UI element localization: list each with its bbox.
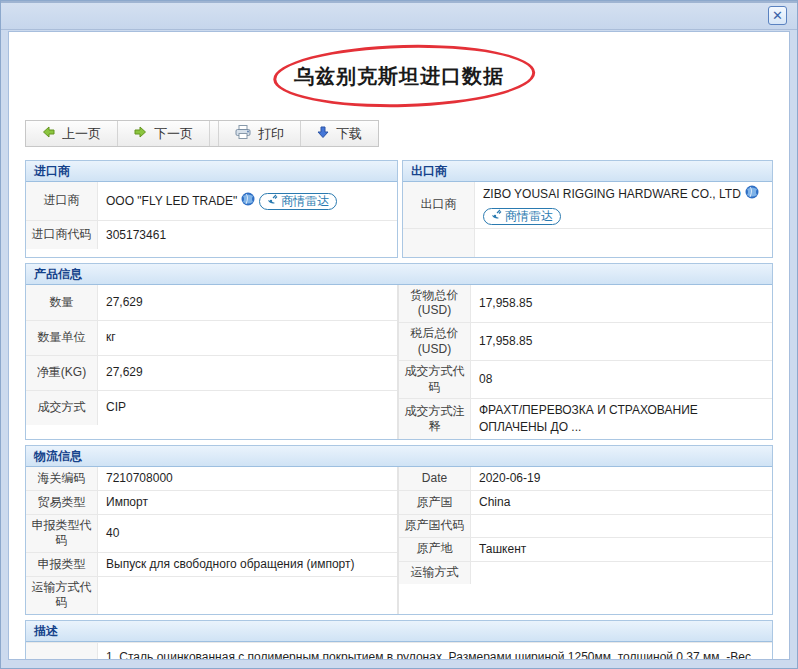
exporter-name-value: ZIBO YOUSAI RIGGING HARDWARE CO., LTD [475,182,772,228]
importer-exporter-section: 进口商 进口商 OOO "FLY LED TRADE" [25,160,773,258]
importer-name-label: 进口商 [26,182,98,220]
table-row: 出口商 ZIBO YOUSAI RIGGING HARDWARE CO., LT… [403,182,772,228]
radar-badge-label: 商情雷达 [281,193,329,210]
field-value: 17,958.85 [471,323,772,360]
table-row: 货物总价 (USD) 17,958.85 [399,285,772,322]
exporter-name-label: 出口商 [403,182,475,228]
field-label: 净重(KG) [26,356,98,390]
field-label: 海关编码 [26,467,98,490]
field-label: 货物总价 (USD) [399,285,471,322]
print-button[interactable]: 打印 [219,121,301,146]
logistics-info-section: 物流信息 海关编码 7210708000 贸易类型 Импорт 申报类型代码 … [25,445,773,615]
field-value: ФРАХТ/ПЕРЕВОЗКА И СТРАХОВАНИЕ ОПЛАЧЕНЫ Д… [471,399,772,439]
field-value: China [471,491,772,514]
dialog-titlebar [1,1,797,30]
field-value: 08 [471,361,772,398]
prev-page-button[interactable]: 上一页 [26,121,118,146]
exporter-header: 出口商 [403,161,772,182]
globe-icon[interactable] [745,185,759,204]
prev-page-label: 上一页 [62,125,101,143]
logistics-left-table: 海关编码 7210708000 贸易类型 Импорт 申报类型代码 40 申报… [26,467,398,614]
field-value: 2020-06-19 [471,467,772,490]
field-value: 27,629 [98,285,397,320]
description-header: 描述 [26,621,772,642]
importer-panel: 进口商 进口商 OOO "FLY LED TRADE" [25,160,398,258]
field-label: 数量单位 [26,321,98,355]
field-label: 运输方式代码 [26,577,98,614]
table-row: 运输方式代码 [26,576,397,614]
download-button[interactable]: 下载 [301,121,378,146]
logistics-right-table: Date 2020-06-19 原产国 China 原产国代码 原产地 Ташк… [398,467,772,614]
empty-value [475,229,772,257]
table-row: 产品描述 1. Сталь оцинкованная с полимерным … [26,642,772,660]
product-info-section: 产品信息 数量 27,629 数量单位 кг 净重(KG) 27,629 [25,263,773,440]
field-value: Импорт [98,491,397,514]
importer-code-value: 305173461 [98,221,397,249]
exporter-radar-badge[interactable]: 商情雷达 [483,208,561,225]
toolbar-separator [210,121,219,146]
field-value: CIP [98,391,397,425]
table-row: 税后总价 (USD) 17,958.85 [399,322,772,360]
page-title: 乌兹别克斯坦进口数据 [294,63,504,90]
table-row: 原产国代码 [399,514,772,537]
exporter-panel: 出口商 出口商 ZIBO YOUSAI RIGGING HARDWARE CO.… [402,160,773,258]
dialog-window: ✕ 乌兹别克斯坦进口数据 上一页 下一页 [0,0,798,669]
table-row [403,228,772,257]
arrow-right-icon [134,126,147,141]
field-label: 成交方式注释 [399,399,471,439]
dialog-content: 乌兹别克斯坦进口数据 上一页 下一页 [8,31,790,660]
field-value [471,562,772,584]
close-icon[interactable]: ✕ [768,6,787,25]
printer-icon [235,125,251,142]
importer-radar-badge[interactable]: 商情雷达 [259,193,337,210]
importer-header: 进口商 [26,161,397,182]
table-row: Date 2020-06-19 [399,467,772,490]
field-value: 27,629 [98,356,397,390]
table-row: 申报类型代码 40 [26,514,397,552]
product-info-header: 产品信息 [26,264,772,285]
empty-label [403,229,475,257]
satellite-dish-icon [267,193,278,210]
importer-name-value: OOO "FLY LED TRADE" [98,182,397,220]
table-row: 贸易类型 Импорт [26,490,397,514]
description-section: 描述 产品描述 1. Сталь оцинкованная с полимерн… [25,620,773,660]
field-label: 贸易类型 [26,491,98,514]
table-row: 申报类型 Выпуск для свободного обращения (им… [26,552,397,576]
arrow-left-icon [42,126,55,141]
importer-name-text: OOO "FLY LED TRADE" [106,193,237,210]
field-label: 数量 [26,285,98,320]
radar-badge-label: 商情雷达 [505,208,553,225]
field-value: 40 [98,515,397,552]
table-row: 运输方式 [399,561,772,584]
importer-code-label: 进口商代码 [26,221,98,249]
pager-toolbar: 上一页 下一页 打印 [25,120,379,147]
next-page-label: 下一页 [154,125,193,143]
description-label: 产品描述 [26,643,98,660]
field-label: 申报类型 [26,553,98,576]
field-label: 成交方式代码 [399,361,471,398]
field-label: 原产地 [399,538,471,561]
field-label: 原产国代码 [399,515,471,537]
table-row: 成交方式注释 ФРАХТ/ПЕРЕВОЗКА И СТРАХОВАНИЕ ОПЛ… [399,398,772,439]
field-label: 原产国 [399,491,471,514]
field-value: 17,958.85 [471,285,772,322]
title-area: 乌兹别克斯坦进口数据 [25,32,773,120]
satellite-dish-icon [491,208,502,225]
table-row: 进口商 OOO "FLY LED TRADE" [26,182,397,220]
description-value: 1. Сталь оцинкованная с полимерным покры… [98,643,772,660]
table-row: 原产地 Ташкент [399,537,772,561]
logistics-info-header: 物流信息 [26,446,772,467]
product-left-table: 数量 27,629 数量单位 кг 净重(KG) 27,629 成交方式 CIP [26,285,398,439]
field-label: 成交方式 [26,391,98,425]
field-label: Date [399,467,471,490]
globe-icon[interactable] [241,192,255,211]
field-value: кг [98,321,397,355]
field-label: 税后总价 (USD) [399,323,471,360]
table-row: 进口商代码 305173461 [26,220,397,249]
exporter-name-text: ZIBO YOUSAI RIGGING HARDWARE CO., LTD [483,186,741,203]
field-label: 申报类型代码 [26,515,98,552]
table-row: 数量单位 кг [26,320,397,355]
next-page-button[interactable]: 下一页 [118,121,210,146]
print-label: 打印 [258,125,284,143]
field-value: Ташкент [471,538,772,561]
